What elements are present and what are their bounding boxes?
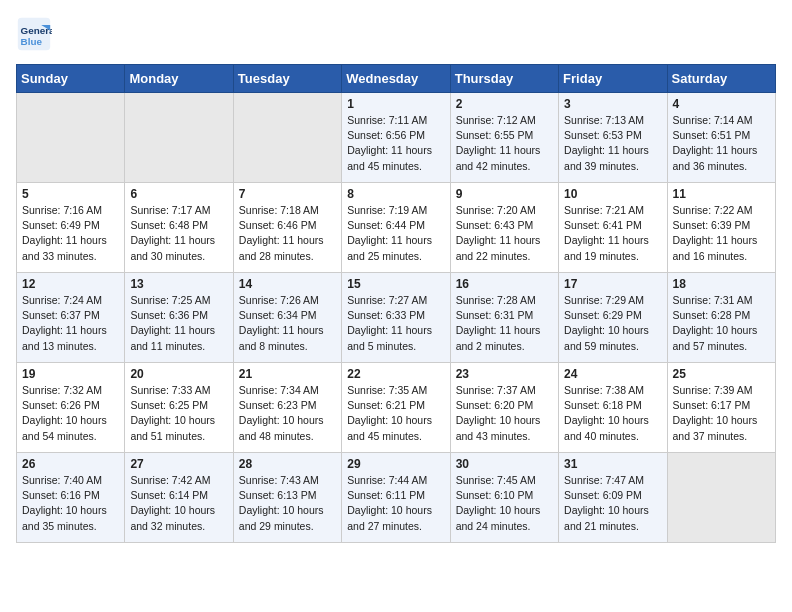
day-cell: 7Sunrise: 7:18 AM Sunset: 6:46 PM Daylig… (233, 183, 341, 273)
day-number: 22 (347, 367, 444, 381)
header-cell-monday: Monday (125, 65, 233, 93)
calendar-header: SundayMondayTuesdayWednesdayThursdayFrid… (17, 65, 776, 93)
header-cell-sunday: Sunday (17, 65, 125, 93)
day-number: 24 (564, 367, 661, 381)
header-cell-saturday: Saturday (667, 65, 775, 93)
day-cell: 31Sunrise: 7:47 AM Sunset: 6:09 PM Dayli… (559, 453, 667, 543)
day-info: Sunrise: 7:34 AM Sunset: 6:23 PM Dayligh… (239, 383, 336, 444)
day-cell: 3Sunrise: 7:13 AM Sunset: 6:53 PM Daylig… (559, 93, 667, 183)
day-info: Sunrise: 7:43 AM Sunset: 6:13 PM Dayligh… (239, 473, 336, 534)
header-cell-tuesday: Tuesday (233, 65, 341, 93)
day-cell: 20Sunrise: 7:33 AM Sunset: 6:25 PM Dayli… (125, 363, 233, 453)
day-number: 23 (456, 367, 553, 381)
day-cell: 10Sunrise: 7:21 AM Sunset: 6:41 PM Dayli… (559, 183, 667, 273)
day-number: 31 (564, 457, 661, 471)
day-info: Sunrise: 7:16 AM Sunset: 6:49 PM Dayligh… (22, 203, 119, 264)
day-info: Sunrise: 7:22 AM Sunset: 6:39 PM Dayligh… (673, 203, 770, 264)
day-info: Sunrise: 7:26 AM Sunset: 6:34 PM Dayligh… (239, 293, 336, 354)
day-number: 14 (239, 277, 336, 291)
day-cell: 9Sunrise: 7:20 AM Sunset: 6:43 PM Daylig… (450, 183, 558, 273)
day-number: 15 (347, 277, 444, 291)
day-info: Sunrise: 7:18 AM Sunset: 6:46 PM Dayligh… (239, 203, 336, 264)
day-cell: 28Sunrise: 7:43 AM Sunset: 6:13 PM Dayli… (233, 453, 341, 543)
day-cell: 25Sunrise: 7:39 AM Sunset: 6:17 PM Dayli… (667, 363, 775, 453)
day-cell: 13Sunrise: 7:25 AM Sunset: 6:36 PM Dayli… (125, 273, 233, 363)
day-info: Sunrise: 7:40 AM Sunset: 6:16 PM Dayligh… (22, 473, 119, 534)
day-number: 1 (347, 97, 444, 111)
day-info: Sunrise: 7:42 AM Sunset: 6:14 PM Dayligh… (130, 473, 227, 534)
day-cell: 16Sunrise: 7:28 AM Sunset: 6:31 PM Dayli… (450, 273, 558, 363)
day-info: Sunrise: 7:31 AM Sunset: 6:28 PM Dayligh… (673, 293, 770, 354)
page-header: General Blue (16, 16, 776, 52)
day-info: Sunrise: 7:37 AM Sunset: 6:20 PM Dayligh… (456, 383, 553, 444)
day-cell: 2Sunrise: 7:12 AM Sunset: 6:55 PM Daylig… (450, 93, 558, 183)
day-cell: 23Sunrise: 7:37 AM Sunset: 6:20 PM Dayli… (450, 363, 558, 453)
header-cell-friday: Friday (559, 65, 667, 93)
day-number: 28 (239, 457, 336, 471)
day-cell: 18Sunrise: 7:31 AM Sunset: 6:28 PM Dayli… (667, 273, 775, 363)
day-info: Sunrise: 7:39 AM Sunset: 6:17 PM Dayligh… (673, 383, 770, 444)
day-info: Sunrise: 7:24 AM Sunset: 6:37 PM Dayligh… (22, 293, 119, 354)
day-info: Sunrise: 7:35 AM Sunset: 6:21 PM Dayligh… (347, 383, 444, 444)
day-number: 2 (456, 97, 553, 111)
day-number: 17 (564, 277, 661, 291)
day-number: 9 (456, 187, 553, 201)
day-cell: 27Sunrise: 7:42 AM Sunset: 6:14 PM Dayli… (125, 453, 233, 543)
day-info: Sunrise: 7:45 AM Sunset: 6:10 PM Dayligh… (456, 473, 553, 534)
day-info: Sunrise: 7:27 AM Sunset: 6:33 PM Dayligh… (347, 293, 444, 354)
day-cell: 1Sunrise: 7:11 AM Sunset: 6:56 PM Daylig… (342, 93, 450, 183)
day-number: 26 (22, 457, 119, 471)
week-row-5: 26Sunrise: 7:40 AM Sunset: 6:16 PM Dayli… (17, 453, 776, 543)
day-number: 16 (456, 277, 553, 291)
day-number: 29 (347, 457, 444, 471)
day-number: 7 (239, 187, 336, 201)
week-row-4: 19Sunrise: 7:32 AM Sunset: 6:26 PM Dayli… (17, 363, 776, 453)
day-info: Sunrise: 7:33 AM Sunset: 6:25 PM Dayligh… (130, 383, 227, 444)
day-info: Sunrise: 7:19 AM Sunset: 6:44 PM Dayligh… (347, 203, 444, 264)
day-cell: 17Sunrise: 7:29 AM Sunset: 6:29 PM Dayli… (559, 273, 667, 363)
day-info: Sunrise: 7:25 AM Sunset: 6:36 PM Dayligh… (130, 293, 227, 354)
day-cell: 30Sunrise: 7:45 AM Sunset: 6:10 PM Dayli… (450, 453, 558, 543)
day-cell (17, 93, 125, 183)
day-number: 19 (22, 367, 119, 381)
day-number: 5 (22, 187, 119, 201)
day-number: 12 (22, 277, 119, 291)
day-info: Sunrise: 7:47 AM Sunset: 6:09 PM Dayligh… (564, 473, 661, 534)
day-info: Sunrise: 7:21 AM Sunset: 6:41 PM Dayligh… (564, 203, 661, 264)
day-cell: 26Sunrise: 7:40 AM Sunset: 6:16 PM Dayli… (17, 453, 125, 543)
day-info: Sunrise: 7:17 AM Sunset: 6:48 PM Dayligh… (130, 203, 227, 264)
day-cell: 5Sunrise: 7:16 AM Sunset: 6:49 PM Daylig… (17, 183, 125, 273)
logo-icon: General Blue (16, 16, 52, 52)
day-number: 20 (130, 367, 227, 381)
day-cell: 21Sunrise: 7:34 AM Sunset: 6:23 PM Dayli… (233, 363, 341, 453)
day-number: 13 (130, 277, 227, 291)
day-cell: 8Sunrise: 7:19 AM Sunset: 6:44 PM Daylig… (342, 183, 450, 273)
day-number: 30 (456, 457, 553, 471)
day-cell: 15Sunrise: 7:27 AM Sunset: 6:33 PM Dayli… (342, 273, 450, 363)
day-cell (125, 93, 233, 183)
week-row-1: 1Sunrise: 7:11 AM Sunset: 6:56 PM Daylig… (17, 93, 776, 183)
day-info: Sunrise: 7:44 AM Sunset: 6:11 PM Dayligh… (347, 473, 444, 534)
header-cell-wednesday: Wednesday (342, 65, 450, 93)
day-cell: 4Sunrise: 7:14 AM Sunset: 6:51 PM Daylig… (667, 93, 775, 183)
day-cell: 14Sunrise: 7:26 AM Sunset: 6:34 PM Dayli… (233, 273, 341, 363)
header-row: SundayMondayTuesdayWednesdayThursdayFrid… (17, 65, 776, 93)
day-cell: 22Sunrise: 7:35 AM Sunset: 6:21 PM Dayli… (342, 363, 450, 453)
day-cell (233, 93, 341, 183)
day-info: Sunrise: 7:20 AM Sunset: 6:43 PM Dayligh… (456, 203, 553, 264)
day-number: 8 (347, 187, 444, 201)
day-info: Sunrise: 7:32 AM Sunset: 6:26 PM Dayligh… (22, 383, 119, 444)
day-cell: 11Sunrise: 7:22 AM Sunset: 6:39 PM Dayli… (667, 183, 775, 273)
day-number: 18 (673, 277, 770, 291)
day-info: Sunrise: 7:38 AM Sunset: 6:18 PM Dayligh… (564, 383, 661, 444)
day-number: 21 (239, 367, 336, 381)
day-number: 4 (673, 97, 770, 111)
day-number: 25 (673, 367, 770, 381)
day-cell: 6Sunrise: 7:17 AM Sunset: 6:48 PM Daylig… (125, 183, 233, 273)
day-info: Sunrise: 7:29 AM Sunset: 6:29 PM Dayligh… (564, 293, 661, 354)
day-number: 6 (130, 187, 227, 201)
day-cell: 19Sunrise: 7:32 AM Sunset: 6:26 PM Dayli… (17, 363, 125, 453)
week-row-3: 12Sunrise: 7:24 AM Sunset: 6:37 PM Dayli… (17, 273, 776, 363)
day-info: Sunrise: 7:11 AM Sunset: 6:56 PM Dayligh… (347, 113, 444, 174)
day-info: Sunrise: 7:28 AM Sunset: 6:31 PM Dayligh… (456, 293, 553, 354)
